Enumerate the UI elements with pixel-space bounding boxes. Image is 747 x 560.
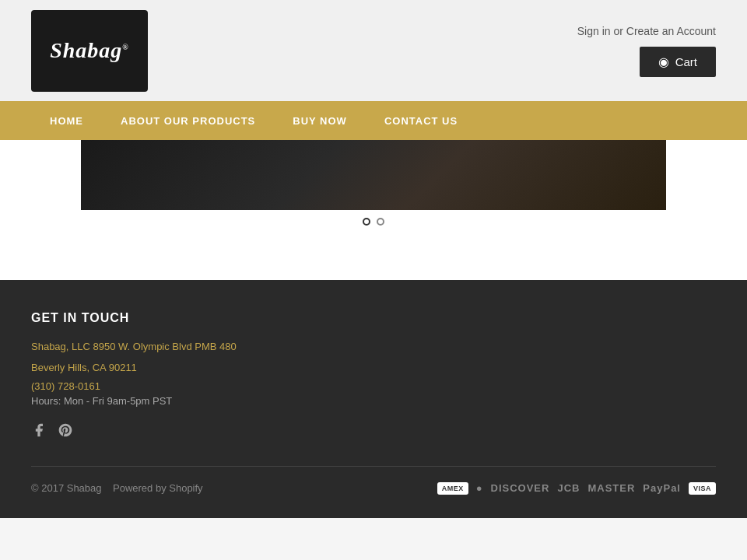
footer-hours: Hours: Mon - Fri 9am-5pm PST <box>31 395 716 407</box>
signin-link[interactable]: Sign in <box>577 25 611 37</box>
cart-button[interactable]: ◉ Cart <box>640 47 716 77</box>
footer-get-in-touch-label: GET IN TOUCH <box>31 311 716 325</box>
footer-address-line2: Beverly Hills, CA 90211 <box>31 359 716 376</box>
nav-item-home[interactable]: HOME <box>31 101 102 140</box>
logo-text: Shabag® <box>50 38 129 63</box>
slideshow-area <box>0 140 747 233</box>
slider-dots <box>81 210 666 233</box>
site-footer: GET IN TOUCH Shabag, LLC 8950 W. Olympic… <box>0 280 747 518</box>
footer-copyright: © 2017 Shabag Powered by Shopify <box>31 482 203 494</box>
hero-image <box>81 140 666 210</box>
payment-jcb: JCB <box>557 482 580 494</box>
logo[interactable]: Shabag® <box>31 10 148 92</box>
site-header: Shabag® Sign in or Create an Account ◉ C… <box>0 0 747 101</box>
footer-phone: (310) 728-0161 <box>31 380 716 392</box>
payment-master: MASTER <box>587 482 635 494</box>
facebook-icon[interactable] <box>31 422 47 443</box>
powered-by-shopify-link[interactable]: Powered by Shopify <box>113 482 203 494</box>
payment-discover: DISCOVER <box>491 482 550 494</box>
payment-amex: AMEX <box>437 482 468 495</box>
auth-links: Sign in or Create an Account <box>577 25 716 37</box>
create-account-link[interactable]: Create an Account <box>626 25 716 37</box>
payment-visa: VISA <box>689 482 716 495</box>
pinterest-icon[interactable] <box>58 422 73 443</box>
main-nav: HOME ABOUT OUR PRODUCTS BUY NOW CONTACT … <box>0 101 747 140</box>
nav-item-about[interactable]: ABOUT OUR PRODUCTS <box>102 101 274 140</box>
footer-social <box>31 422 716 443</box>
slider-dot-2[interactable] <box>377 218 384 226</box>
auth-or: or <box>613 25 622 37</box>
cart-icon: ◉ <box>658 54 669 69</box>
nav-item-contact[interactable]: CONTACT US <box>366 101 476 140</box>
header-right: Sign in or Create an Account ◉ Cart <box>577 25 716 77</box>
hero-banner <box>81 140 666 210</box>
payment-icons: AMEX ● DISCOVER JCB MASTER PayPal VISA <box>437 482 716 495</box>
main-content <box>0 233 747 280</box>
footer-bottom: © 2017 Shabag Powered by Shopify AMEX ● … <box>31 466 716 495</box>
payment-paypal: PayPal <box>643 482 681 494</box>
cart-label: Cart <box>675 55 697 68</box>
nav-item-buy[interactable]: BUY NOW <box>274 101 366 140</box>
footer-address-line1: Shabag, LLC 8950 W. Olympic Blvd PMB 480 <box>31 338 716 355</box>
slider-dot-1[interactable] <box>363 218 370 226</box>
payment-diners: ● <box>476 482 483 494</box>
